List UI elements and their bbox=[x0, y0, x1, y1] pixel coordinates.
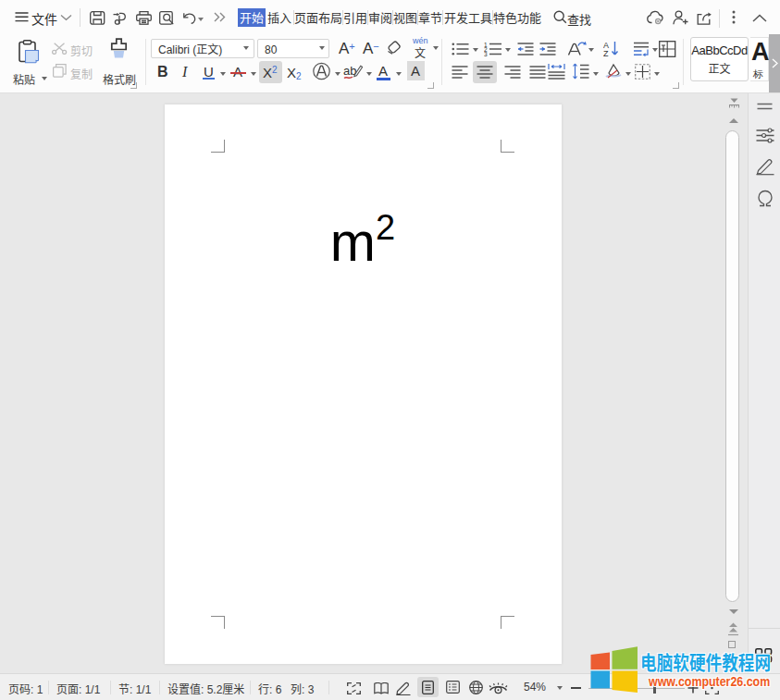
svg-text:3: 3 bbox=[484, 51, 488, 56]
svg-text:Z: Z bbox=[603, 49, 609, 57]
